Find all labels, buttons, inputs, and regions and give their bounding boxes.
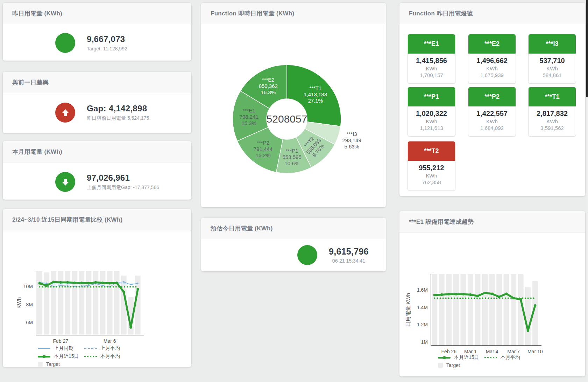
- realtime-donut-chart[interactable]: ***T11,413,18327.1%***I3293,1495.63%***T…: [201, 24, 386, 207]
- card-header: 與前一日差異: [3, 72, 191, 93]
- e1-trend-legend: 本月近15日本月平均Target: [438, 354, 531, 368]
- card-realtime-donut: Function 即時日用電量 (KWh) ***T11,413,18327.1…: [201, 3, 386, 207]
- stat-value: 9,667,073: [87, 34, 127, 44]
- card-title: 昨日用電量 (KWh): [12, 9, 62, 18]
- target-bar: [93, 271, 99, 335]
- card-title: ***E1 設備用電達成趨勢: [409, 218, 474, 226]
- target-bar: [100, 271, 106, 335]
- lamp-tile-value: 2,817,832: [529, 110, 576, 118]
- legend-item[interactable]: 本月近15日: [438, 354, 484, 361]
- y-tick-label: 1.4M: [417, 305, 428, 310]
- legend-item[interactable]: 上月同期: [38, 345, 84, 352]
- lamp-tile-target: 1,700,157: [408, 72, 455, 78]
- lamp-tile[interactable]: ***I3537,710KWh584,861: [528, 34, 576, 84]
- series-marker: [38, 282, 41, 284]
- scrollbar-thumb[interactable]: [586, 0, 588, 97]
- series-marker: [80, 282, 83, 284]
- vertical-scrollbar: [586, 0, 588, 382]
- arrow-up-circle-icon: [55, 103, 75, 123]
- lamp-tile[interactable]: ***E21,496,662KWh1,675,939: [468, 34, 516, 84]
- y-axis-label: KWh: [16, 297, 22, 309]
- legend-swatch-thick-icon: [38, 356, 50, 357]
- series-marker: [476, 295, 479, 297]
- card-title: 2/24~3/10 近15日同期用電量比較 (KWh): [12, 216, 123, 224]
- lamp-tile[interactable]: ***P21,422,557KWh1,684,092: [468, 87, 516, 137]
- series-marker: [455, 293, 457, 296]
- target-bar: [468, 274, 473, 346]
- legend-label: 上月平均: [100, 345, 120, 352]
- lamp-tile-unit: KWh: [529, 118, 576, 124]
- stat-subtext: Target: 11,128,992: [87, 46, 127, 51]
- series-marker: [469, 293, 472, 296]
- x-tick-label: Mar 6: [104, 338, 116, 344]
- stat-timestamp: 06-21 15:34:41: [329, 258, 369, 264]
- card-day-gap: 與前一日差異 Gap: 4,142,898 昨日與前日用電量 5,524,175: [3, 72, 191, 133]
- donut-center-value: 5208057: [267, 113, 307, 125]
- series-marker: [73, 282, 76, 284]
- card-header: 本月用電量 (KWh): [3, 141, 191, 162]
- series-marker: [462, 293, 465, 296]
- legend-label: 本月近15日: [454, 354, 479, 361]
- lamp-tile-unit: KWh: [529, 65, 576, 71]
- lamp-tile-name: ***E2: [468, 34, 516, 54]
- target-bar: [114, 271, 120, 335]
- target-bar: [453, 274, 459, 346]
- stat-row: 9,615,796 06-21 15:34:41: [297, 245, 369, 265]
- series-marker: [448, 293, 450, 296]
- series-marker: [88, 285, 89, 286]
- lamp-tile-target: 3,591,562: [529, 125, 576, 131]
- card-header: Function 昨日用電燈號: [399, 3, 585, 24]
- target-bar: [72, 271, 78, 335]
- x-tick-label: Mar 10: [527, 349, 543, 354]
- x-tick-label: Mar 1: [464, 349, 477, 354]
- lamp-tile[interactable]: ***T12,817,832KWh3,591,562: [528, 87, 576, 137]
- y-tick-label: 8M: [26, 302, 33, 307]
- y-tick-label: 6M: [26, 320, 33, 325]
- legend-label: 上月同期: [54, 345, 73, 352]
- lamp-tile-unit: KWh: [408, 65, 455, 71]
- card-e1-trend: ***E1 設備用電達成趨勢 1M1.2M1.4M1.6MFeb 26Mar 1…: [399, 211, 585, 376]
- target-bar: [135, 276, 141, 335]
- lamp-tile[interactable]: ***E11,415,856KWh1,700,157: [408, 34, 455, 84]
- series-marker: [123, 281, 125, 283]
- lamp-tile[interactable]: ***T2955,212KWh762,358: [408, 141, 455, 191]
- card-15day-comparison: 2/24~3/10 近15日同期用電量比較 (KWh) 6M8M10MFeb 2…: [3, 209, 191, 367]
- legend-swatch-line-icon: [38, 348, 50, 349]
- x-tick-label: Feb 27: [53, 338, 68, 344]
- comparison-chart[interactable]: 6M8M10MFeb 27Mar 6KWh: [3, 230, 191, 348]
- series-marker: [491, 292, 493, 295]
- lamp-tile-value: 955,212: [408, 164, 455, 172]
- legend-swatch-square-icon: [438, 363, 443, 368]
- target-bar: [86, 271, 92, 335]
- arrow-down-circle-icon: [55, 172, 75, 192]
- comparison-chart-legend: 上月同期上月平均本月近15日本月平均Target: [38, 345, 131, 367]
- legend-item[interactable]: 本月平均: [484, 354, 531, 361]
- lamp-tile-unit: KWh: [408, 118, 455, 124]
- legend-item[interactable]: Target: [38, 361, 84, 367]
- card-month-usage: 本月用電量 (KWh) 97,026,961 上個月同期用電Gap: -17,3…: [3, 141, 191, 200]
- card-title: 本月用電量 (KWh): [12, 148, 62, 156]
- legend-item[interactable]: Target: [438, 362, 484, 368]
- lamp-tile-value: 1,496,662: [468, 57, 516, 65]
- target-bar: [511, 274, 516, 346]
- lamp-tile-unit: KWh: [468, 65, 516, 71]
- lamp-tile[interactable]: ***P11,020,322KWh1,121,613: [408, 87, 455, 137]
- legend-item[interactable]: 上月平均: [84, 345, 131, 352]
- target-bar: [432, 274, 437, 346]
- series-marker: [66, 281, 69, 284]
- card-header: ***E1 設備用電達成趨勢: [399, 211, 585, 232]
- e1-trend-chart[interactable]: 1M1.2M1.4M1.6MFeb 26Mar 1Mar 4Mar 7Mar 1…: [399, 233, 585, 355]
- series-marker: [52, 281, 55, 283]
- legend-item[interactable]: 本月平均: [84, 353, 131, 360]
- lamp-tile-target: 1,684,092: [468, 125, 516, 131]
- target-bar: [439, 274, 445, 346]
- y-axis-label: 日用電量 KWh: [405, 293, 411, 327]
- legend-item[interactable]: 本月近15日: [38, 353, 84, 360]
- stat-subtext: 昨日與前日用電量 5,524,175: [87, 115, 149, 121]
- y-tick-label: 1M: [421, 339, 428, 345]
- target-bar: [475, 274, 480, 346]
- card-header: 預估今日用電量 (KWh): [201, 218, 386, 239]
- lamp-tile-unit: KWh: [408, 173, 455, 179]
- target-bar: [482, 274, 488, 346]
- lamp-tile-name: ***P2: [468, 87, 516, 106]
